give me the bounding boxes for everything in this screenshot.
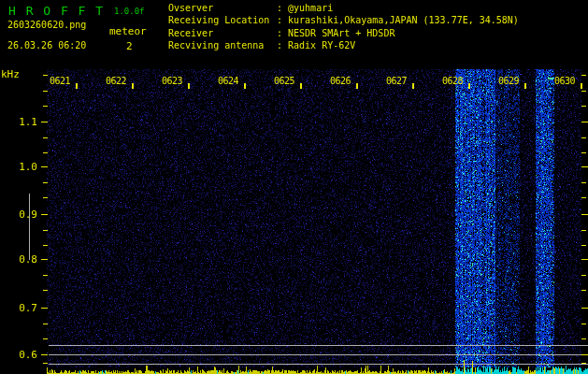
station-row: Recviving antenna:Radix RY-62V	[168, 39, 519, 51]
freq-tick-label-0.8: 0.8	[0, 253, 37, 266]
station-row-label: Ovserver	[168, 2, 277, 14]
freq-tick-label-0.7: 0.7	[0, 302, 37, 314]
station-row-label: Receiver	[168, 27, 277, 39]
time-tick-label-0630: 0630	[554, 76, 575, 86]
meteor-counter-label: meteor	[109, 25, 147, 37]
time-tick-label-0627: 0627	[386, 76, 407, 86]
station-row-separator: :	[277, 3, 282, 13]
app-title: H R O F F T	[8, 4, 105, 18]
time-tick-label-0625: 0625	[274, 76, 294, 86]
output-filename: 2603260620.png	[7, 20, 86, 30]
time-tick-label-0626: 0626	[330, 76, 351, 86]
time-tick-label-0628: 0628	[442, 76, 463, 86]
meteor-counter-value: 2	[126, 40, 133, 52]
time-tick-label-0624: 0624	[218, 76, 238, 86]
freq-tick-label-1.0: 1.0	[0, 161, 37, 173]
station-row: Receiver:NESDR SMArt + HDSDR	[168, 27, 519, 39]
time-tick-label-0622: 0622	[106, 76, 126, 86]
time-tick-label-0621: 0621	[50, 76, 70, 86]
station-row-value: NESDR SMArt + HDSDR	[288, 28, 394, 38]
time-tick-label-0629: 0629	[498, 76, 519, 86]
app-version: 1.0.0f	[114, 7, 145, 16]
freq-axis-unit: kHz	[1, 68, 20, 80]
spectrogram-canvas	[0, 0, 588, 374]
freq-tick-label-0.6: 0.6	[0, 349, 37, 361]
observation-timestamp: 26.03.26 06:20	[7, 40, 86, 50]
station-row-label: Receiving Location	[168, 14, 277, 26]
station-row-value: Radix RY-62V	[288, 40, 355, 50]
station-row-label: Recviving antenna	[168, 39, 277, 51]
station-row-separator: :	[277, 40, 282, 50]
hrofft-output: H R O F F T 1.0.0f 2603260620.png meteor…	[0, 0, 588, 374]
station-row-separator: :	[277, 28, 282, 38]
freq-tick-label-0.9: 0.9	[0, 209, 37, 221]
time-tick-label-0623: 0623	[162, 76, 182, 86]
station-row: Ovserver:@yuhmari	[168, 2, 519, 14]
station-row-value: @yuhmari	[288, 3, 333, 13]
station-row-value: kurashiki,Okayama,JAPAN (133.77E, 34.58N…	[288, 15, 519, 25]
station-info: Ovserver:@yuhmariReceiving Location:kura…	[168, 2, 519, 51]
station-row-separator: :	[277, 15, 282, 25]
freq-tick-label-1.1: 1.1	[0, 116, 37, 128]
station-row: Receiving Location:kurashiki,Okayama,JAP…	[168, 14, 519, 26]
